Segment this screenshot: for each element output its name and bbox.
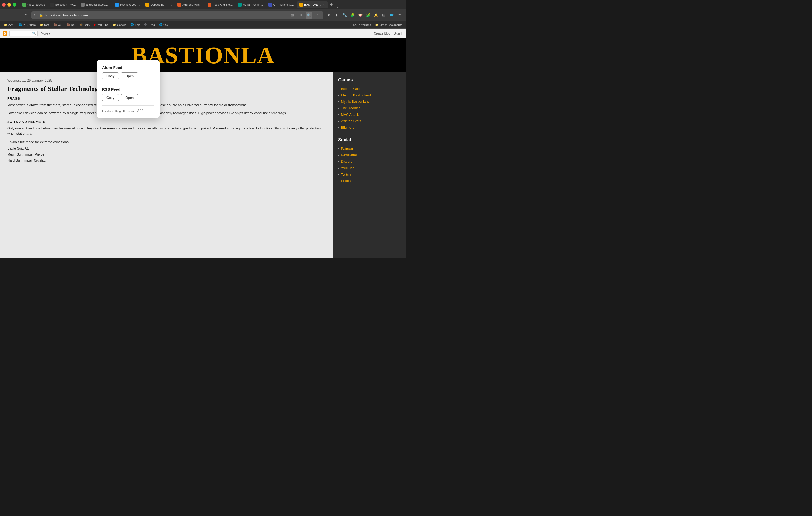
sidebar-link-youtube[interactable]: • YouTube: [338, 165, 401, 172]
star-icon[interactable]: ☆: [314, 12, 321, 19]
bookmark-other[interactable]: 📁 Other Bookmarks: [373, 23, 404, 27]
tab-adrian[interactable]: Adrian Tchaik…: [235, 1, 266, 8]
sidebar-link-mac-attack[interactable]: • MAC Attack: [338, 112, 401, 118]
bookmark-bsky[interactable]: 🦋 Bsky: [78, 23, 92, 27]
reload-button[interactable]: ↻: [22, 11, 29, 19]
sidebar-link-mythic[interactable]: • Mythic Bastionland: [338, 98, 401, 105]
bookmark-dc[interactable]: 🦣 DC: [65, 23, 77, 27]
extension4-icon[interactable]: 🔔: [373, 12, 379, 19]
article-list-item-2: Battle Suit: A1: [7, 145, 325, 151]
folder-icon: 📁: [375, 23, 379, 26]
blogger-more-button[interactable]: More ▾: [41, 32, 51, 35]
blogger-right-actions: Create Blog Sign In: [374, 32, 403, 35]
sidebar-link-label: Into the Odd: [341, 86, 360, 92]
atom-copy-button[interactable]: Copy: [102, 72, 119, 80]
wrench-icon[interactable]: 🔧: [341, 12, 348, 19]
sidebar-games-title: Games: [338, 78, 401, 83]
blogger-search-icon[interactable]: 🔍: [32, 32, 36, 35]
bookmark-yojimbo[interactable]: ark in Yojimbo: [351, 23, 373, 27]
sidebar-link-label: Podcast: [341, 178, 353, 184]
sidebar-link-discord[interactable]: • Discord: [338, 158, 401, 165]
tab-feed-blog[interactable]: Feed And Blo…: [205, 1, 235, 8]
tab-label: (4) WhatsApp: [27, 3, 45, 6]
browser-frame: (4) WhatsApp Selection – W… andregarzia.…: [0, 0, 406, 258]
bookmark-ws[interactable]: 🦣 WS: [52, 23, 64, 27]
sidebar-link-label: Twitch: [341, 172, 351, 178]
tab-favicon: [268, 3, 272, 6]
tab-selection[interactable]: Selection – W…: [48, 1, 79, 8]
atom-open-button[interactable]: Open: [121, 72, 138, 80]
sidebar-link-podcast[interactable]: • Podcast: [338, 178, 401, 184]
bullet-icon: •: [338, 159, 339, 164]
sidebar-link-patreon[interactable]: • Patreon: [338, 146, 401, 152]
menu-icon[interactable]: ≡: [396, 12, 403, 19]
sidebar-link-label: MAC Attack: [341, 112, 359, 118]
tab-andregarzia[interactable]: andregarzia.com/…: [79, 1, 113, 8]
atom-feed-title: Atom Feed: [102, 65, 154, 70]
back-button[interactable]: ←: [3, 11, 10, 19]
globe-icon: 🌐: [130, 23, 134, 26]
sidebar-link-newsletter[interactable]: • Newsletter: [338, 152, 401, 159]
rss-copy-button[interactable]: Copy: [102, 94, 119, 101]
new-tab-button[interactable]: +: [328, 1, 335, 8]
pocket-icon[interactable]: ♥: [325, 12, 332, 19]
page-area: B 🔍 More ▾ Create Blog Sign In BASTIONLA: [0, 29, 406, 258]
tab-whatsapp[interactable]: (4) WhatsApp: [20, 1, 48, 8]
blogger-search-input[interactable]: [11, 32, 32, 35]
create-blog-link[interactable]: Create Blog: [374, 32, 390, 35]
sidebar-link-label: The Doomed: [341, 105, 361, 112]
bookmark-yt-studio[interactable]: 🌐 YT Studio: [17, 23, 37, 27]
sidebar-link-twitch[interactable]: • Twitch: [338, 172, 401, 178]
tab-overflow-chevron[interactable]: ⌄: [335, 5, 340, 8]
tab-bastionland[interactable]: BASTIONL… ✕: [297, 1, 328, 8]
sidebar-link-blighters[interactable]: • Blighters: [338, 124, 401, 131]
bookmark-aag[interactable]: 📁 AAG: [2, 23, 16, 27]
bookmark-youtube[interactable]: ▶ YouTube: [92, 23, 110, 27]
sidebar-link-ask-stars[interactable]: • Ask the Stars: [338, 118, 401, 124]
grid-icon: ⊞: [289, 12, 296, 19]
tab-promote[interactable]: Promote your…: [113, 1, 143, 8]
bookmark-label: OC: [164, 23, 168, 26]
rss-open-button[interactable]: Open: [121, 94, 138, 101]
sidebar-link-electric[interactable]: • Electric Bastionland: [338, 92, 401, 99]
bookmark-label: + tag: [148, 23, 155, 26]
extension3-icon[interactable]: 🧩: [365, 12, 372, 19]
bookmark-edit[interactable]: 🌐 Edit: [128, 23, 142, 27]
grid2-icon[interactable]: ⊞: [380, 12, 387, 19]
sign-in-link[interactable]: Sign In: [394, 32, 403, 35]
feed-divider: [102, 84, 154, 84]
tab-close-icon[interactable]: ✕: [323, 3, 325, 6]
search-active-icon[interactable]: 🔍: [306, 12, 312, 19]
sidebar-link-into-the-odd[interactable]: • Into the Odd: [338, 86, 401, 92]
tab-label: Selection – W…: [55, 3, 76, 6]
blogger-search-field[interactable]: 🔍: [9, 31, 38, 36]
bookmark-toot[interactable]: 📁 toot: [38, 23, 51, 27]
toolbar-right: ♥ ⬇ 🔧 🧩 🐶 🧩 🔔 ⊞ 🐦 ≡: [325, 12, 403, 19]
sidebar-link-doomed[interactable]: • The Doomed: [338, 105, 401, 112]
tab-favicon: [50, 3, 54, 6]
bookmark-tag[interactable]: ➕ + tag: [142, 23, 157, 27]
tab-ofthis[interactable]: Of This and O…: [266, 1, 297, 8]
bird-icon[interactable]: 🐦: [388, 12, 395, 19]
close-button[interactable]: [2, 3, 6, 6]
extension1-icon[interactable]: 🧩: [349, 12, 356, 19]
title-bar: (4) WhatsApp Selection – W… andregarzia.…: [0, 0, 406, 9]
bookmark-oc[interactable]: 🌐 OC: [157, 23, 170, 27]
tab-label: Debugging – F…: [150, 3, 172, 6]
tab-label: Add-ons Man…: [182, 3, 202, 6]
tab-addons[interactable]: Add-ons Man…: [175, 1, 205, 8]
bookmark-canela[interactable]: 📁 Canela: [111, 23, 128, 27]
download-icon[interactable]: ⬇: [333, 12, 340, 19]
folder-icon: 📁: [4, 23, 7, 26]
maximize-button[interactable]: [12, 3, 16, 6]
tab-favicon: [208, 3, 211, 6]
tab-debugging[interactable]: Debugging – F…: [143, 1, 175, 8]
tab-favicon: [81, 3, 85, 6]
feed-footer: Feed and Blogroll Discovery1.0.0: [102, 109, 154, 113]
extension2-icon[interactable]: 🐶: [357, 12, 364, 19]
feed-footer-text: Feed and Blogroll Discovery: [102, 110, 138, 113]
tab-favicon: [115, 3, 119, 6]
forward-button[interactable]: →: [12, 11, 20, 19]
address-field[interactable]: 🛡 🔒 https://www.bastionland.com ⊞ Ⅲ 🔍 ☆: [31, 11, 323, 19]
minimize-button[interactable]: [7, 3, 11, 6]
